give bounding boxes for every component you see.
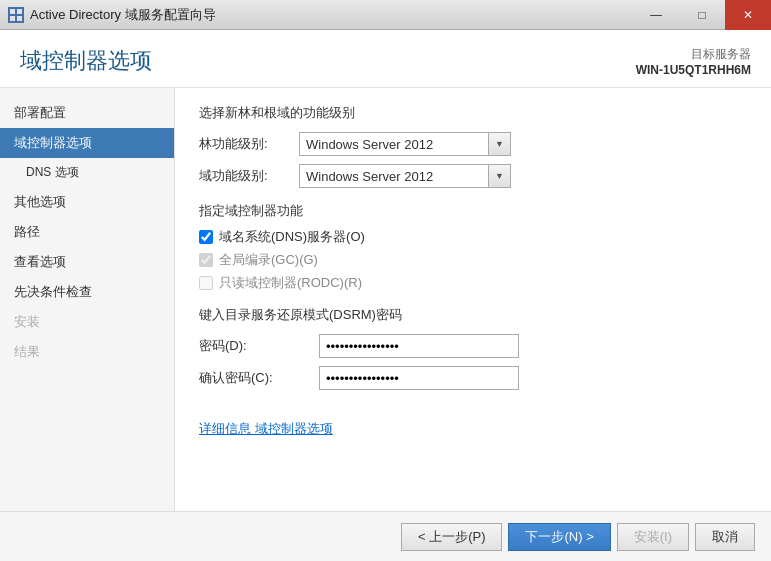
target-server-name: WIN-1U5QT1RHH6M — [636, 63, 751, 77]
svg-rect-3 — [17, 16, 22, 21]
domain-function-value[interactable]: Windows Server 2012 — [299, 164, 489, 188]
target-server-info: 目标服务器 WIN-1U5QT1RHH6M — [636, 46, 751, 77]
domain-function-dropdown-container: Windows Server 2012 ▼ — [299, 164, 511, 188]
close-button[interactable]: ✕ — [725, 0, 771, 30]
domain-function-label: 域功能级别: — [199, 167, 299, 185]
sidebar: 部署配置 域控制器选项 DNS 选项 其他选项 路径 查看选项 先决条件检查 安… — [0, 88, 175, 511]
sidebar-item-dc-options[interactable]: 域控制器选项 — [0, 128, 174, 158]
sidebar-item-results: 结果 — [0, 337, 174, 367]
password-input[interactable] — [319, 334, 519, 358]
detail-link[interactable]: 详细信息 域控制器选项 — [199, 421, 333, 436]
password-row: 密码(D): — [199, 334, 747, 358]
dc-functions-title: 指定域控制器功能 — [199, 202, 747, 220]
password-label: 密码(D): — [199, 337, 319, 355]
rodc-checkbox-label: 只读域控制器(RODC)(R) — [219, 274, 362, 292]
sidebar-item-other-options[interactable]: 其他选项 — [0, 187, 174, 217]
title-bar-text: Active Directory 域服务配置向导 — [30, 6, 216, 24]
next-button[interactable]: 下一步(N) > — [508, 523, 610, 551]
forest-function-value[interactable]: Windows Server 2012 — [299, 132, 489, 156]
dsrm-title: 键入目录服务还原模式(DSRM)密码 — [199, 306, 747, 324]
domain-function-row: 域功能级别: Windows Server 2012 ▼ — [199, 164, 747, 188]
confirm-password-input[interactable] — [319, 366, 519, 390]
cancel-button[interactable]: 取消 — [695, 523, 755, 551]
minimize-button[interactable]: — — [633, 0, 679, 30]
gc-checkbox-label: 全局编录(GC)(G) — [219, 251, 318, 269]
body: 部署配置 域控制器选项 DNS 选项 其他选项 路径 查看选项 先决条件检查 安… — [0, 88, 771, 511]
page-title: 域控制器选项 — [20, 46, 152, 76]
header: 域控制器选项 目标服务器 WIN-1U5QT1RHH6M — [0, 30, 771, 88]
dns-checkbox-label[interactable]: 域名系统(DNS)服务器(O) — [219, 228, 365, 246]
svg-rect-2 — [10, 16, 15, 21]
footer: < 上一步(P) 下一步(N) > 安装(I) 取消 — [0, 511, 771, 561]
svg-rect-1 — [17, 9, 22, 14]
dns-checkbox[interactable] — [199, 230, 213, 244]
checkbox-dns-row: 域名系统(DNS)服务器(O) — [199, 228, 747, 246]
rodc-checkbox — [199, 276, 213, 290]
svg-rect-0 — [10, 9, 15, 14]
install-button: 安装(I) — [617, 523, 689, 551]
sidebar-item-install: 安装 — [0, 307, 174, 337]
confirm-password-label: 确认密码(C): — [199, 369, 319, 387]
title-bar: Active Directory 域服务配置向导 — □ ✕ — [0, 0, 771, 30]
confirm-password-row: 确认密码(C): — [199, 366, 747, 390]
checkbox-gc-row: 全局编录(GC)(G) — [199, 251, 747, 269]
title-bar-left: Active Directory 域服务配置向导 — [8, 6, 216, 24]
forest-function-dropdown-btn[interactable]: ▼ — [489, 132, 511, 156]
sidebar-item-prerequisites[interactable]: 先决条件检查 — [0, 277, 174, 307]
forest-function-row: 林功能级别: Windows Server 2012 ▼ — [199, 132, 747, 156]
app-icon — [8, 7, 24, 23]
maximize-button[interactable]: □ — [679, 0, 725, 30]
link-row: 详细信息 域控制器选项 — [199, 420, 747, 438]
forest-function-label: 林功能级别: — [199, 135, 299, 153]
target-server-label: 目标服务器 — [636, 46, 751, 63]
checkbox-rodc-row: 只读域控制器(RODC)(R) — [199, 274, 747, 292]
content-area: 选择新林和根域的功能级别 林功能级别: Windows Server 2012 … — [175, 88, 771, 511]
sidebar-item-review[interactable]: 查看选项 — [0, 247, 174, 277]
select-level-title: 选择新林和根域的功能级别 — [199, 104, 747, 122]
forest-function-dropdown-container: Windows Server 2012 ▼ — [299, 132, 511, 156]
domain-function-dropdown-btn[interactable]: ▼ — [489, 164, 511, 188]
sidebar-item-dns-options[interactable]: DNS 选项 — [0, 158, 174, 187]
title-bar-buttons: — □ ✕ — [633, 0, 771, 30]
back-button[interactable]: < 上一步(P) — [401, 523, 503, 551]
gc-checkbox — [199, 253, 213, 267]
sidebar-item-deployment[interactable]: 部署配置 — [0, 98, 174, 128]
main-window: 域控制器选项 目标服务器 WIN-1U5QT1RHH6M 部署配置 域控制器选项… — [0, 30, 771, 561]
sidebar-item-paths[interactable]: 路径 — [0, 217, 174, 247]
